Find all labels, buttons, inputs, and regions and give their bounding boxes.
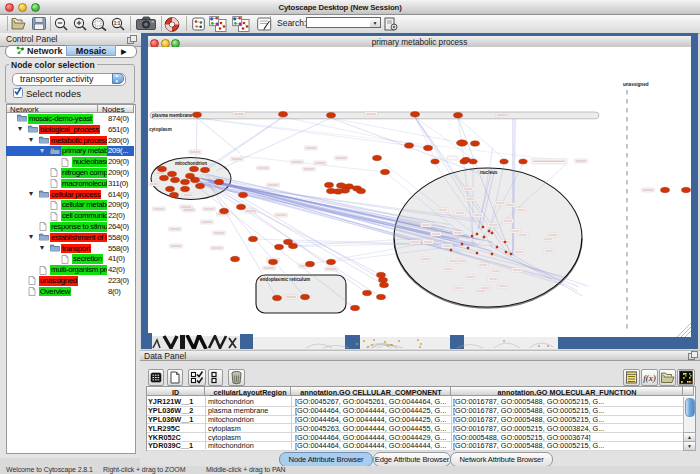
svg-text:mitochondrion: mitochondrion	[175, 161, 207, 166]
svg-text:f(x): f(x)	[643, 373, 656, 383]
svg-text:1:1: 1:1	[114, 21, 121, 26]
svg-text:cytoplasm: cytoplasm	[149, 127, 172, 132]
svg-text:endoplasmic reticulum: endoplasmic reticulum	[260, 277, 310, 282]
svg-text:plasma membrane: plasma membrane	[152, 113, 193, 118]
svg-text:unassigned: unassigned	[623, 82, 649, 87]
svg-text:nucleus: nucleus	[480, 170, 498, 175]
